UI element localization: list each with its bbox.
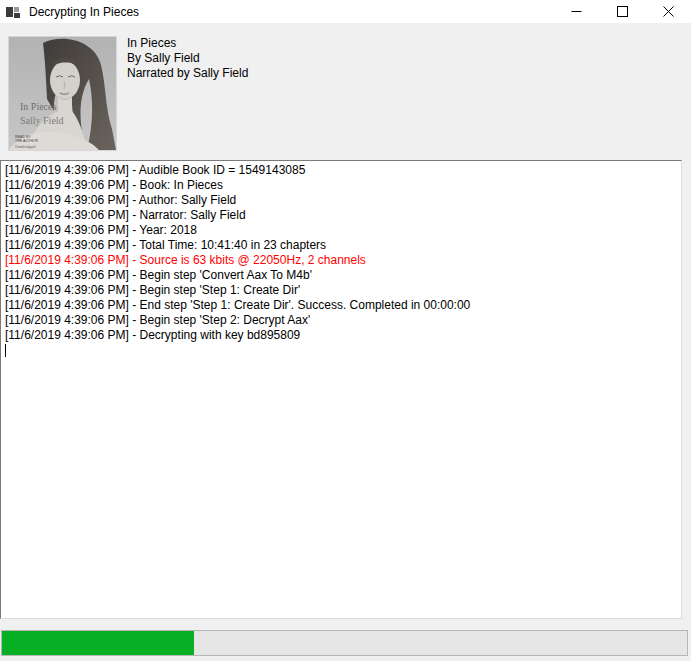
log-line: [11/6/2019 4:39:06 PM] - Narrator: Sally… bbox=[5, 208, 677, 223]
log-textbox[interactable]: [11/6/2019 4:39:06 PM] - Audible Book ID… bbox=[0, 160, 682, 619]
window-controls bbox=[553, 0, 691, 23]
text-caret bbox=[5, 344, 6, 357]
app-icon bbox=[5, 4, 21, 20]
book-title: In Pieces bbox=[127, 36, 248, 51]
cover-author: Sally Field bbox=[20, 115, 64, 126]
progress-bar bbox=[1, 630, 688, 656]
app-window: Decrypting In Pieces bbox=[0, 0, 691, 661]
book-cover-image: In Pieces Sally Field READ BY THE AUTHOR… bbox=[8, 36, 117, 151]
close-icon bbox=[663, 6, 674, 17]
log-line: [11/6/2019 4:39:06 PM] - Year: 2018 bbox=[5, 223, 677, 238]
book-author-line: By Sally Field bbox=[127, 51, 248, 66]
client-area: In Pieces Sally Field READ BY THE AUTHOR… bbox=[0, 23, 691, 661]
minimize-icon bbox=[571, 6, 582, 17]
cover-title: In Pieces bbox=[20, 101, 56, 112]
book-narrator-line: Narrated by Sally Field bbox=[127, 66, 248, 81]
cover-badge-line2: THE AUTHOR bbox=[15, 139, 39, 143]
log-line: [11/6/2019 4:39:06 PM] - Book: In Pieces bbox=[5, 178, 677, 193]
close-button[interactable] bbox=[645, 0, 691, 23]
log-line: [11/6/2019 4:39:06 PM] - End step 'Step … bbox=[5, 298, 677, 313]
cover-edition-label: Unabridged bbox=[15, 144, 36, 149]
log-line: [11/6/2019 4:39:06 PM] - Begin step 'Ste… bbox=[5, 313, 677, 328]
progress-fill bbox=[2, 631, 194, 655]
log-line: [11/6/2019 4:39:06 PM] - Audible Book ID… bbox=[5, 163, 677, 178]
log-line: [11/6/2019 4:39:06 PM] - Decrypting with… bbox=[5, 328, 677, 343]
maximize-icon bbox=[617, 6, 628, 17]
maximize-button[interactable] bbox=[599, 0, 645, 23]
title-bar[interactable]: Decrypting In Pieces bbox=[0, 0, 691, 23]
log-line: [11/6/2019 4:39:06 PM] - Author: Sally F… bbox=[5, 193, 677, 208]
log-line: [11/6/2019 4:39:06 PM] - Total Time: 10:… bbox=[5, 238, 677, 253]
book-info: In Pieces By Sally Field Narrated by Sal… bbox=[127, 36, 248, 81]
log-line: [11/6/2019 4:39:06 PM] - Begin step 'Ste… bbox=[5, 283, 677, 298]
log-line: [11/6/2019 4:39:06 PM] - Begin step 'Con… bbox=[5, 268, 677, 283]
window-title: Decrypting In Pieces bbox=[29, 5, 553, 19]
log-line: [11/6/2019 4:39:06 PM] - Source is 63 kb… bbox=[5, 253, 677, 268]
minimize-button[interactable] bbox=[553, 0, 599, 23]
